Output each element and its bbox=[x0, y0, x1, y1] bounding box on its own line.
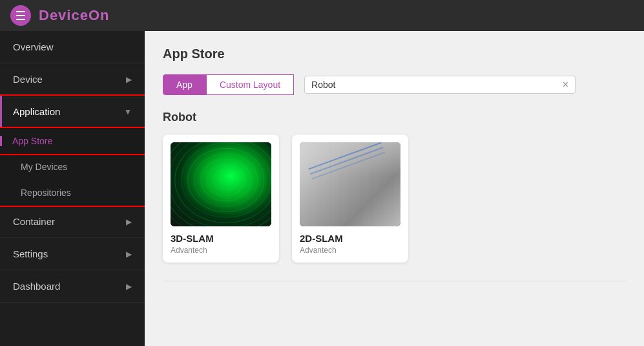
tab-bar: App Custom Layout × bbox=[163, 74, 626, 95]
sidebar-subitem-repositories-label: Repositories bbox=[21, 188, 71, 198]
sidebar-subitem-app-store-label: App Store bbox=[7, 136, 57, 146]
sidebar-application-submenu: App Store My Devices Repositories bbox=[0, 128, 145, 206]
sidebar-label-container: Container bbox=[13, 216, 55, 227]
logo-device: Device bbox=[39, 7, 88, 23]
main-content: App Store App Custom Layout × Robot 3D-S… bbox=[145, 31, 644, 346]
active-indicator bbox=[0, 136, 2, 146]
sidebar-label-overview: Overview bbox=[13, 41, 54, 52]
chevron-down-icon: ▼ bbox=[124, 107, 132, 116]
sidebar: Overview Device ▶ Application ▼ App Stor… bbox=[0, 31, 145, 346]
chevron-right-icon-container: ▶ bbox=[126, 217, 132, 226]
3dslam-thumbnail bbox=[171, 142, 271, 226]
search-input[interactable] bbox=[311, 80, 557, 90]
tab-custom-layout[interactable]: Custom Layout bbox=[206, 74, 294, 95]
2dslam-thumbnail bbox=[300, 142, 400, 226]
menu-icon[interactable] bbox=[10, 5, 31, 26]
sidebar-item-dashboard[interactable]: Dashboard ▶ bbox=[0, 270, 145, 303]
sidebar-label-device: Device bbox=[13, 74, 43, 85]
sidebar-subitem-my-devices-label: My Devices bbox=[21, 162, 67, 172]
content-divider bbox=[163, 281, 626, 281]
app-card-image-3d-slam bbox=[171, 142, 271, 226]
search-clear-button[interactable]: × bbox=[563, 79, 568, 91]
sidebar-item-settings[interactable]: Settings ▶ bbox=[0, 238, 145, 270]
search-bar: × bbox=[304, 76, 576, 94]
logo-on: On bbox=[88, 7, 110, 23]
tab-app[interactable]: App bbox=[163, 74, 206, 95]
app-card-name-2d-slam: 2D-SLAM bbox=[300, 233, 400, 244]
chevron-right-icon: ▶ bbox=[126, 75, 132, 84]
sidebar-item-device[interactable]: Device ▶ bbox=[0, 63, 145, 96]
chevron-right-icon-settings: ▶ bbox=[126, 250, 132, 259]
sidebar-subitem-my-devices[interactable]: My Devices bbox=[0, 154, 145, 180]
app-cards-row: 3D-SLAM Advantech 2D-SLAM Advantech bbox=[163, 135, 626, 263]
sidebar-label-dashboard: Dashboard bbox=[13, 281, 60, 292]
sidebar-subitem-app-store[interactable]: App Store bbox=[0, 128, 145, 154]
app-card-name-3d-slam: 3D-SLAM bbox=[171, 233, 271, 244]
main-layout: Overview Device ▶ Application ▼ App Stor… bbox=[0, 31, 644, 346]
app-logo: DeviceOn bbox=[39, 7, 110, 24]
sidebar-item-application[interactable]: Application ▼ bbox=[0, 96, 145, 128]
application-section: Application ▼ App Store My Devices Repos… bbox=[0, 96, 145, 206]
topbar: DeviceOn bbox=[0, 0, 644, 31]
section-title-robot: Robot bbox=[163, 111, 626, 124]
sidebar-item-container[interactable]: Container ▶ bbox=[0, 206, 145, 238]
sidebar-item-overview[interactable]: Overview bbox=[0, 31, 145, 63]
sidebar-label-application: Application bbox=[13, 106, 60, 117]
app-card-image-2d-slam bbox=[300, 142, 400, 226]
app-card-2d-slam[interactable]: 2D-SLAM Advantech bbox=[292, 135, 408, 263]
app-card-vendor-2d-slam: Advantech bbox=[300, 246, 400, 255]
sidebar-subitem-repositories[interactable]: Repositories bbox=[0, 180, 145, 206]
page-title: App Store bbox=[163, 47, 626, 61]
app-card-vendor-3d-slam: Advantech bbox=[171, 246, 271, 255]
sidebar-label-settings: Settings bbox=[13, 248, 48, 259]
app-card-3d-slam[interactable]: 3D-SLAM Advantech bbox=[163, 135, 279, 263]
chevron-right-icon-dashboard: ▶ bbox=[126, 282, 132, 291]
